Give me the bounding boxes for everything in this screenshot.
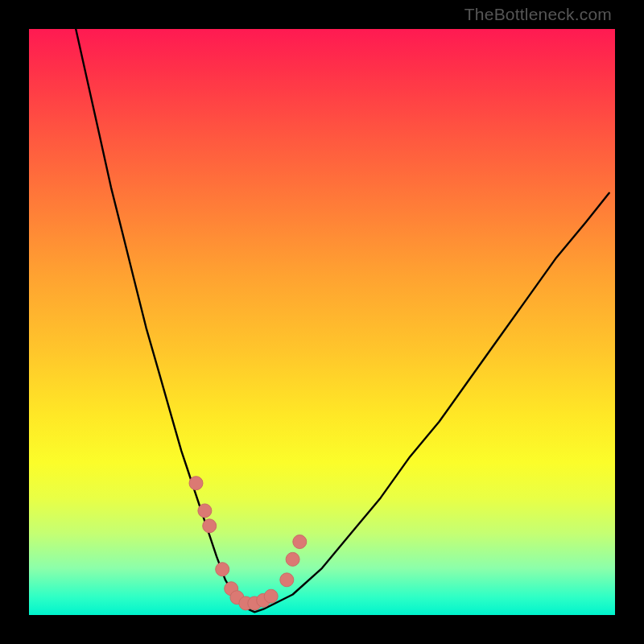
brand-watermark: TheBottleneck.com bbox=[464, 5, 612, 24]
data-point bbox=[189, 477, 203, 490]
data-point bbox=[216, 563, 229, 576]
curve-layer bbox=[29, 29, 615, 615]
data-point bbox=[203, 519, 217, 533]
data-point bbox=[198, 504, 212, 518]
data-point bbox=[293, 535, 307, 549]
data-point bbox=[286, 552, 299, 566]
bottleneck-curve bbox=[76, 29, 609, 612]
chart-frame: TheBottleneck.com bbox=[0, 0, 644, 644]
data-point bbox=[280, 573, 294, 587]
data-point bbox=[264, 589, 278, 603]
